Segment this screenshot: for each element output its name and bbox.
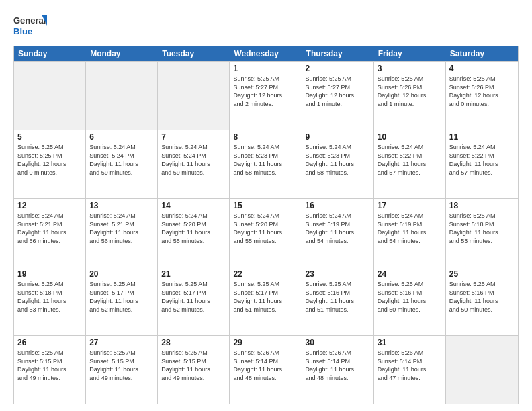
day-number: 17 — [378, 201, 442, 210]
day-number: 9 — [306, 132, 370, 142]
cal-cell: 19Sunrise: 5:25 AM Sunset: 5:18 PM Dayli… — [14, 267, 86, 335]
day-info: Sunrise: 5:25 AM Sunset: 5:15 PM Dayligh… — [89, 349, 154, 382]
header-day-thursday: Thursday — [302, 46, 374, 61]
day-number: 10 — [378, 132, 442, 142]
week-row-0: 1Sunrise: 5:25 AM Sunset: 5:27 PM Daylig… — [14, 61, 518, 130]
day-info: Sunrise: 5:24 AM Sunset: 5:21 PM Dayligh… — [89, 212, 154, 245]
day-number: 14 — [161, 201, 226, 210]
cal-cell: 5Sunrise: 5:25 AM Sunset: 5:25 PM Daylig… — [14, 130, 86, 198]
cal-cell: 15Sunrise: 5:24 AM Sunset: 5:20 PM Dayli… — [230, 199, 302, 267]
cal-cell: 10Sunrise: 5:24 AM Sunset: 5:22 PM Dayli… — [374, 130, 446, 198]
day-info: Sunrise: 5:25 AM Sunset: 5:16 PM Dayligh… — [306, 280, 370, 314]
calendar-body: 1Sunrise: 5:25 AM Sunset: 5:27 PM Daylig… — [14, 61, 518, 404]
day-number: 22 — [233, 269, 298, 279]
cal-cell: 26Sunrise: 5:25 AM Sunset: 5:15 PM Dayli… — [14, 336, 86, 404]
day-info: Sunrise: 5:25 AM Sunset: 5:15 PM Dayligh… — [17, 349, 82, 382]
cal-cell — [446, 336, 518, 404]
day-number: 16 — [306, 201, 370, 210]
cal-cell: 24Sunrise: 5:25 AM Sunset: 5:16 PM Dayli… — [374, 267, 446, 335]
cal-cell: 17Sunrise: 5:24 AM Sunset: 5:19 PM Dayli… — [374, 199, 446, 267]
header-day-tuesday: Tuesday — [158, 46, 230, 61]
cal-cell: 21Sunrise: 5:25 AM Sunset: 5:17 PM Dayli… — [158, 267, 230, 335]
day-number: 12 — [17, 201, 82, 210]
day-info: Sunrise: 5:24 AM Sunset: 5:19 PM Dayligh… — [378, 212, 442, 245]
header-day-sunday: Sunday — [14, 46, 86, 61]
cal-cell: 28Sunrise: 5:25 AM Sunset: 5:15 PM Dayli… — [158, 336, 230, 404]
day-number: 21 — [161, 269, 226, 279]
day-number: 30 — [306, 338, 370, 347]
header-day-friday: Friday — [374, 46, 446, 61]
day-number: 4 — [449, 64, 515, 73]
cal-cell: 6Sunrise: 5:24 AM Sunset: 5:24 PM Daylig… — [86, 130, 158, 198]
day-info: Sunrise: 5:25 AM Sunset: 5:17 PM Dayligh… — [233, 280, 298, 314]
cal-cell: 12Sunrise: 5:24 AM Sunset: 5:21 PM Dayli… — [14, 199, 86, 267]
cal-cell: 3Sunrise: 5:25 AM Sunset: 5:26 PM Daylig… — [374, 62, 446, 130]
cal-cell: 27Sunrise: 5:25 AM Sunset: 5:15 PM Dayli… — [86, 336, 158, 404]
day-number: 31 — [378, 338, 442, 347]
day-info: Sunrise: 5:24 AM Sunset: 5:23 PM Dayligh… — [306, 143, 370, 177]
day-number: 29 — [233, 338, 298, 347]
day-number: 19 — [17, 269, 82, 279]
day-info: Sunrise: 5:26 AM Sunset: 5:14 PM Dayligh… — [378, 349, 442, 382]
day-number: 8 — [233, 132, 298, 142]
day-info: Sunrise: 5:24 AM Sunset: 5:22 PM Dayligh… — [449, 143, 515, 177]
day-number: 20 — [89, 269, 154, 279]
cal-cell: 23Sunrise: 5:25 AM Sunset: 5:16 PM Dayli… — [302, 267, 374, 335]
week-row-3: 19Sunrise: 5:25 AM Sunset: 5:18 PM Dayli… — [14, 267, 518, 335]
cal-cell: 18Sunrise: 5:25 AM Sunset: 5:18 PM Dayli… — [446, 199, 518, 267]
page: GeneralBlue SundayMondayTuesdayWednesday… — [0, 0, 532, 411]
day-info: Sunrise: 5:24 AM Sunset: 5:19 PM Dayligh… — [306, 212, 370, 245]
day-info: Sunrise: 5:24 AM Sunset: 5:24 PM Dayligh… — [89, 143, 154, 177]
day-info: Sunrise: 5:25 AM Sunset: 5:17 PM Dayligh… — [89, 280, 154, 314]
cal-cell: 25Sunrise: 5:25 AM Sunset: 5:16 PM Dayli… — [446, 267, 518, 335]
cal-cell: 4Sunrise: 5:25 AM Sunset: 5:26 PM Daylig… — [446, 62, 518, 130]
day-info: Sunrise: 5:25 AM Sunset: 5:16 PM Dayligh… — [449, 280, 515, 314]
day-number: 3 — [378, 64, 442, 73]
svg-text:Blue: Blue — [13, 26, 32, 36]
cal-cell: 30Sunrise: 5:26 AM Sunset: 5:14 PM Dayli… — [302, 336, 374, 404]
week-row-4: 26Sunrise: 5:25 AM Sunset: 5:15 PM Dayli… — [14, 335, 518, 404]
day-info: Sunrise: 5:25 AM Sunset: 5:17 PM Dayligh… — [161, 280, 226, 314]
day-number: 5 — [17, 132, 82, 142]
cal-cell: 1Sunrise: 5:25 AM Sunset: 5:27 PM Daylig… — [230, 62, 302, 130]
day-info: Sunrise: 5:26 AM Sunset: 5:14 PM Dayligh… — [233, 349, 298, 382]
week-row-1: 5Sunrise: 5:25 AM Sunset: 5:25 PM Daylig… — [14, 130, 518, 198]
day-info: Sunrise: 5:26 AM Sunset: 5:14 PM Dayligh… — [306, 349, 370, 382]
day-number: 25 — [449, 269, 515, 279]
header-day-wednesday: Wednesday — [230, 46, 302, 61]
day-info: Sunrise: 5:24 AM Sunset: 5:23 PM Dayligh… — [233, 143, 298, 177]
cal-cell — [158, 62, 230, 130]
cal-cell: 8Sunrise: 5:24 AM Sunset: 5:23 PM Daylig… — [230, 130, 302, 198]
cal-cell: 2Sunrise: 5:25 AM Sunset: 5:27 PM Daylig… — [302, 62, 374, 130]
day-info: Sunrise: 5:25 AM Sunset: 5:15 PM Dayligh… — [161, 349, 226, 382]
day-number: 28 — [161, 338, 226, 347]
cal-cell: 29Sunrise: 5:26 AM Sunset: 5:14 PM Dayli… — [230, 336, 302, 404]
day-info: Sunrise: 5:25 AM Sunset: 5:18 PM Dayligh… — [17, 280, 82, 314]
cal-cell — [86, 62, 158, 130]
day-info: Sunrise: 5:24 AM Sunset: 5:22 PM Dayligh… — [378, 143, 442, 177]
day-number: 23 — [306, 269, 370, 279]
day-info: Sunrise: 5:24 AM Sunset: 5:20 PM Dayligh… — [161, 212, 226, 245]
cal-cell — [14, 62, 86, 130]
cal-cell: 14Sunrise: 5:24 AM Sunset: 5:20 PM Dayli… — [158, 199, 230, 267]
logo-svg: GeneralBlue — [13, 12, 47, 39]
header: GeneralBlue — [13, 12, 519, 39]
day-info: Sunrise: 5:25 AM Sunset: 5:26 PM Dayligh… — [378, 75, 442, 108]
cal-cell: 22Sunrise: 5:25 AM Sunset: 5:17 PM Dayli… — [230, 267, 302, 335]
week-row-2: 12Sunrise: 5:24 AM Sunset: 5:21 PM Dayli… — [14, 198, 518, 267]
cal-cell: 13Sunrise: 5:24 AM Sunset: 5:21 PM Dayli… — [86, 199, 158, 267]
cal-cell: 7Sunrise: 5:24 AM Sunset: 5:24 PM Daylig… — [158, 130, 230, 198]
day-info: Sunrise: 5:25 AM Sunset: 5:25 PM Dayligh… — [17, 143, 82, 177]
day-info: Sunrise: 5:25 AM Sunset: 5:27 PM Dayligh… — [233, 75, 298, 108]
day-info: Sunrise: 5:24 AM Sunset: 5:20 PM Dayligh… — [233, 212, 298, 245]
day-number: 11 — [449, 132, 515, 142]
day-info: Sunrise: 5:24 AM Sunset: 5:24 PM Dayligh… — [161, 143, 226, 177]
header-day-saturday: Saturday — [446, 46, 518, 61]
day-number: 18 — [449, 201, 515, 210]
cal-cell: 11Sunrise: 5:24 AM Sunset: 5:22 PM Dayli… — [446, 130, 518, 198]
calendar: SundayMondayTuesdayWednesdayThursdayFrid… — [13, 46, 519, 404]
day-number: 1 — [233, 64, 298, 73]
cal-cell: 20Sunrise: 5:25 AM Sunset: 5:17 PM Dayli… — [86, 267, 158, 335]
day-info: Sunrise: 5:24 AM Sunset: 5:21 PM Dayligh… — [17, 212, 82, 245]
day-number: 7 — [161, 132, 226, 142]
